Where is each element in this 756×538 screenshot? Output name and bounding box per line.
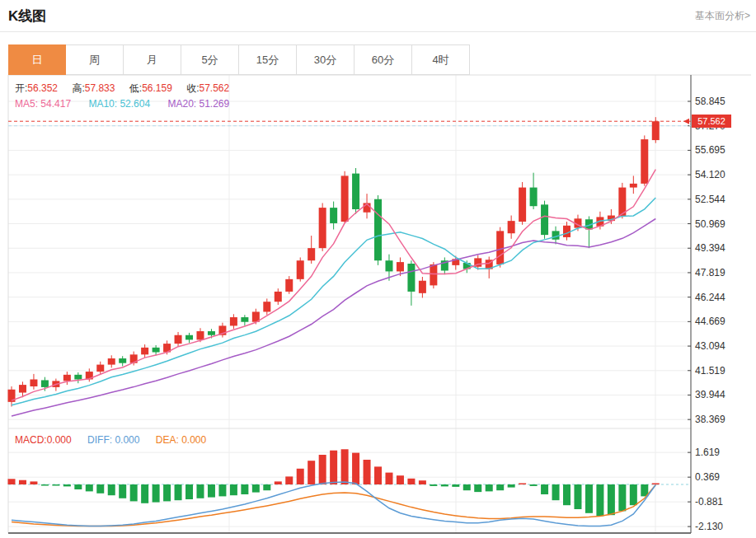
price-axis-tick-label: 50.969 [695,218,725,230]
candle-body [530,188,538,207]
candle-body [330,208,337,223]
candle-body [652,121,660,140]
tab-period-3[interactable]: 5分 [181,44,239,75]
tab-period-1[interactable]: 周 [66,44,124,75]
candle-body [630,184,637,188]
candle-body [496,231,504,264]
macd-histogram-bar [486,484,493,491]
macd-histogram-bar [285,476,293,484]
macd-histogram-bar [330,451,337,484]
ma5-value: MA5: 54.417 [15,98,71,110]
macd-histogram-bar [263,484,270,490]
macd-histogram-bar [86,484,93,491]
ohlc-info-bar: 开:56.352 高:57.833 低:56.159 收:57.562 [15,82,241,96]
tab-period-0[interactable]: 日 [8,44,66,75]
price-axis-tick-label: 55.695 [695,144,725,156]
macd-histogram-bar [474,484,481,492]
open-value: 开:56.352 [15,82,58,94]
macd-histogram-bar [74,484,82,489]
macd-histogram-bar [130,484,138,501]
macd-histogram-bar [541,484,548,494]
macd-axis-tick-label: 1.619 [695,447,720,458]
candle-body [397,262,404,271]
ma10-value: MA10: 52.604 [88,98,150,110]
macd-histogram-bar [596,484,603,516]
macd-histogram-bar [108,484,115,495]
macd-histogram-bar [19,480,26,484]
candle-body [185,335,193,340]
macd-histogram-bar [419,480,426,484]
macd-histogram-bar [652,484,660,485]
candle-body [119,358,126,363]
macd-histogram-bar [241,484,248,494]
macd-histogram-bar [96,484,104,494]
dea-value: DEA: 0.000 [156,434,206,446]
macd-histogram-bar [52,484,59,486]
macd-histogram-bar [41,484,49,486]
macd-histogram-bar [319,455,326,484]
macd-histogram-bar [275,481,282,484]
current-price-arrow [683,119,689,124]
macd-histogram-bar [496,484,504,490]
price-axis-tick-label: 54.120 [695,169,725,180]
candle-body [297,260,304,279]
price-axis-tick-label: 43.094 [695,340,725,352]
candle-body [430,264,437,285]
kline-page: K线图 基本面分析> 日周月5分15分30分60分4时 开:56.352 高:5… [0,0,756,538]
candle-body [374,199,382,260]
macd-histogram-bar [552,484,560,500]
macd-histogram-bar [374,466,382,484]
tab-period-6[interactable]: 60分 [355,44,412,75]
macd-histogram-bar [618,484,626,511]
candle-body [196,331,204,339]
macd-histogram-bar [119,484,126,498]
tab-period-7[interactable]: 4时 [412,44,470,75]
candle-body [275,292,282,302]
macd-histogram-bar [308,461,315,484]
candle-body [153,348,160,353]
macd-histogram-bar [163,484,171,501]
candle-body [407,264,415,292]
macd-histogram-bar [153,484,160,503]
candle-body [385,260,392,271]
candle-body [74,375,82,380]
macd-histogram-bar [297,469,304,484]
candle-body [319,208,326,248]
candle-body [230,317,237,325]
candle-body [241,317,248,322]
price-axis-tick-label: 39.944 [695,389,725,400]
macd-histogram-bar [574,484,581,509]
macd-histogram-bar [208,484,215,498]
candle-body [208,331,215,335]
macd-histogram-bar [452,484,459,487]
candle-body [263,302,270,311]
macd-histogram-bar [175,484,182,500]
price-axis-tick-label: 47.819 [695,267,725,278]
macd-histogram-bar [585,484,593,513]
tab-period-2[interactable]: 月 [124,44,181,75]
candle-body [308,248,315,260]
price-axis-tick-label: 52.544 [695,194,725,205]
macd-histogram-bar [608,484,615,515]
macd-histogram-bar [196,484,204,498]
macd-histogram-bar [341,449,349,484]
macd-histogram-bar [230,484,237,495]
candle-body [341,175,349,222]
diff-value: DIFF: 0.000 [87,434,139,446]
candle-body [141,348,148,354]
close-value: 收:57.562 [186,82,229,94]
current-price-badge: 57.562 [692,115,731,128]
macd-info-bar: MACD:0.000 DIFF: 0.000 DEA: 0.000 [15,434,219,446]
macd-histogram-bar [141,484,148,503]
candle-body [352,174,359,209]
macd-histogram-bar [441,484,448,486]
macd-histogram-bar [563,484,571,505]
tab-period-4[interactable]: 15分 [239,44,297,75]
macd-histogram-bar [397,475,404,484]
chart-canvas[interactable] [0,0,756,538]
tab-period-5[interactable]: 30分 [297,44,355,75]
candle-body [419,281,426,293]
macd-histogram-bar [218,484,226,496]
macd-value: MACD:0.000 [15,434,72,446]
price-axis-tick-label: 38.369 [695,414,725,425]
